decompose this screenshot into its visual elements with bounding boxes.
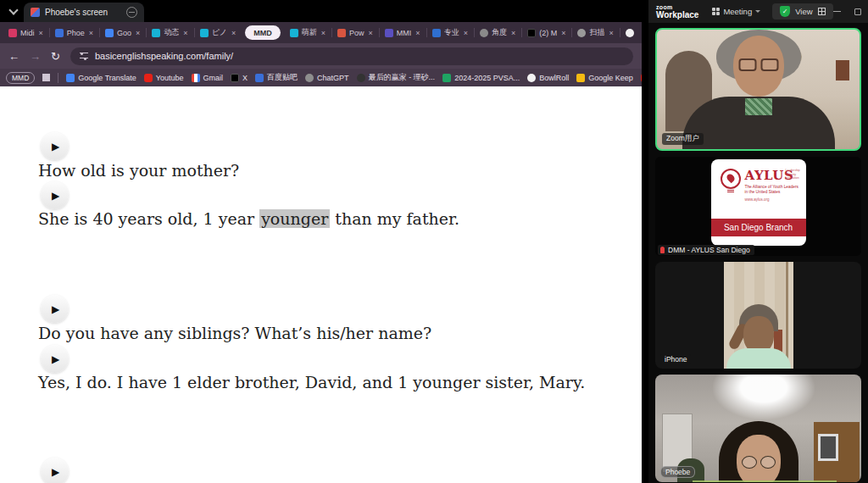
zoom-header: zoom Workplace Meeting ✓ View (648, 0, 868, 23)
maximize-icon[interactable] (854, 8, 861, 15)
site-settings-icon[interactable] (80, 53, 88, 59)
ceiling-light (713, 375, 815, 419)
tab-favicon (337, 29, 346, 37)
browser-tab[interactable]: MMI × (379, 22, 426, 43)
bookmark-label: BowlRoll (539, 74, 569, 82)
bookmark-item[interactable]: Gmail (192, 74, 224, 82)
youtube-icon (144, 74, 153, 82)
participant-figure (726, 348, 791, 369)
play-audio-button[interactable]: ▶ (41, 295, 69, 323)
muted-mic-icon (660, 247, 665, 253)
forward-icon[interactable]: → (30, 51, 41, 62)
tab-close-icon[interactable]: × (39, 29, 43, 37)
view-button[interactable]: ✓ View (772, 3, 832, 19)
browser-tab[interactable]: ピノ × (194, 22, 242, 43)
bookmark-label: 2024-2025 PVSA... (454, 74, 520, 82)
tab-label: 动态 (164, 27, 179, 38)
browser-tab-active[interactable]: MMD (245, 25, 281, 40)
browser-tab[interactable]: Pow × (331, 22, 379, 43)
divider (58, 73, 58, 83)
minimize-icon[interactable] (833, 11, 841, 12)
tab-close-icon[interactable]: × (89, 29, 93, 37)
play-audio-button[interactable]: ▶ (41, 458, 69, 483)
bookmark-item[interactable]: BowlRoll (527, 74, 569, 82)
bookmark-label: 最后的赢家 - 理砂... (369, 72, 436, 83)
bookmark-folder[interactable]: MMD (6, 72, 35, 84)
tab-favicon-globe (577, 29, 586, 37)
bookmark-item[interactable]: 百度贴吧 (255, 72, 298, 83)
apps-grid-icon[interactable] (42, 74, 50, 81)
tab-label: 专业 (444, 27, 459, 38)
tab-close-icon[interactable]: × (183, 29, 187, 37)
video-tile[interactable]: iPhone (655, 262, 861, 369)
bookmark-item[interactable]: Youtube (144, 74, 184, 82)
tab-close-icon[interactable]: × (609, 29, 613, 37)
tab-favicon (105, 29, 114, 37)
bookmark-item[interactable]: 2024-2025 PVSA... (442, 74, 520, 82)
tab-label: 萌新 (302, 27, 317, 38)
tab-label: Pow (349, 29, 364, 37)
bookmark-item[interactable]: X (231, 74, 248, 82)
video-artifact-line (693, 480, 837, 482)
tab-close-icon[interactable]: × (511, 29, 515, 37)
tab-close-icon[interactable]: × (561, 29, 565, 37)
tab-close-icon[interactable]: × (136, 29, 140, 37)
chevron-down-icon[interactable] (8, 5, 18, 14)
browser-tab[interactable]: Midi × (3, 22, 49, 43)
bookmark-item[interactable]: (138) Mastering A... (641, 74, 642, 82)
back-icon[interactable]: ← (8, 51, 19, 62)
reload-icon[interactable]: ↻ (51, 51, 60, 62)
view-grid-icon (818, 8, 826, 15)
lightbulb-icon (721, 169, 741, 189)
bookmark-label: Google Translate (78, 74, 136, 82)
tab-label: Goo (117, 29, 131, 37)
browser-tab[interactable]: Phoe × (49, 22, 99, 43)
browser-tab[interactable]: 扫描 × (571, 22, 619, 43)
tab-close-icon[interactable]: × (369, 29, 373, 37)
participant-name: iPhone (660, 354, 691, 364)
browser-tab[interactable]: 角度 × (474, 22, 521, 43)
play-audio-button[interactable]: ▶ (41, 132, 69, 160)
share-tab-options-icon[interactable] (126, 7, 137, 18)
x-icon (231, 74, 239, 82)
play-audio-button[interactable]: ▶ (41, 345, 69, 373)
browser-tab[interactable]: 萌新 × (284, 22, 331, 43)
bookmark-item[interactable]: 最后的赢家 - 理砂... (357, 72, 436, 83)
video-tile-active-speaker[interactable]: Zoom用户 (655, 28, 861, 151)
bookmark-label: Gmail (203, 74, 224, 82)
browser-tabstrip: Midi × Phoe × Goo × 动态 × (0, 22, 642, 43)
share-tab[interactable]: Phoebe's screen (24, 3, 144, 22)
aylus-tagline: Leadership Integrity Innovation (786, 169, 804, 180)
bookmark-item[interactable]: ChatGPT (305, 74, 349, 82)
tab-favicon (8, 29, 17, 37)
meeting-menu[interactable]: Meeting (712, 7, 760, 16)
browser-tab[interactable]: 专业 × (426, 22, 474, 43)
browser-tab[interactable]: (2) M × (521, 22, 571, 43)
bookmark-item[interactable]: Google Translate (66, 74, 136, 82)
browser-tab[interactable] (620, 22, 642, 43)
browser-tab[interactable]: Goo × (99, 22, 146, 43)
browser-tab[interactable]: 动态 × (146, 22, 193, 43)
participant-strip: Zoom用户 AYLUS Leadership Integrity Innova… (648, 23, 868, 483)
video-tile-logo[interactable]: AYLUS Leadership Integrity Innovation Th… (655, 157, 861, 256)
background-wall-edge (786, 262, 788, 369)
answer-text: Yes, I do. I have 1 elder brother, David… (38, 373, 585, 391)
tab-favicon-gear (480, 29, 488, 37)
tab-favicon (200, 29, 209, 37)
tab-label: 扫描 (589, 27, 604, 38)
address-bar[interactable]: basicenglishspeaking.com/family/ (70, 47, 633, 65)
bookmark-item[interactable]: Google Keep (576, 74, 633, 82)
tab-close-icon[interactable]: × (415, 29, 420, 37)
tab-close-icon[interactable]: × (464, 29, 468, 37)
tab-close-icon[interactable]: × (321, 29, 326, 37)
question-text: Do you have any siblings? What’s his/her… (38, 324, 431, 342)
video-tile[interactable]: Phoebe (655, 375, 861, 482)
tab-favicon (152, 29, 160, 37)
screen-share-viewer: Phoebe's screen Midi × Phoe × Go (0, 0, 648, 483)
bowlroll-icon (527, 74, 536, 82)
play-audio-button[interactable]: ▶ (41, 181, 69, 209)
tab-label: Midi (20, 29, 35, 37)
workplace-logo-text: Workplace (656, 11, 698, 19)
tab-close-icon[interactable]: × (231, 29, 236, 37)
shared-screen-icon (31, 8, 40, 17)
